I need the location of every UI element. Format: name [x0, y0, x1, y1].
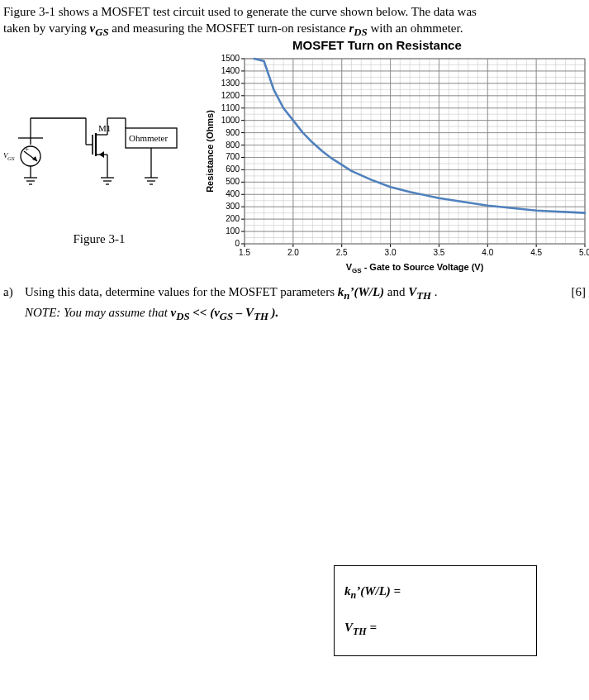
- chart-title: MOSFET Turn on Resistance: [292, 38, 586, 52]
- svg-text:500: 500: [226, 178, 240, 187]
- intro-line2-a: taken by varying: [3, 21, 90, 35]
- svg-text:300: 300: [226, 202, 240, 212]
- intro-paragraph: Figure 3-1 shows a MOSFET test circuit u…: [3, 3, 586, 40]
- svg-text:1500: 1500: [221, 54, 240, 63]
- svg-text:200: 200: [226, 215, 240, 224]
- svg-text:1200: 1200: [221, 91, 240, 100]
- svg-text:GS: GS: [7, 155, 15, 162]
- answer-kn: kn’(W/L) =: [344, 584, 526, 602]
- intro-line1: Figure 3-1 shows a MOSFET test circuit u…: [3, 5, 477, 18]
- question-marks: [6]: [544, 283, 586, 323]
- svg-text:4.0: 4.0: [482, 248, 493, 257]
- svg-text:2.0: 2.0: [287, 248, 299, 257]
- question-text: Using this data, determine values for th…: [25, 283, 544, 323]
- svg-text:600: 600: [226, 165, 240, 174]
- svg-text:900: 900: [226, 128, 240, 137]
- svg-text:Ohmmeter: Ohmmeter: [129, 133, 168, 143]
- svg-text:VGS - Gate to Source Voltage (: VGS - Gate to Source Voltage (V): [346, 262, 484, 274]
- answer-box: kn’(W/L) = VTH =: [334, 565, 537, 656]
- svg-text:4.5: 4.5: [530, 248, 542, 257]
- svg-text:Resistance (Ohms): Resistance (Ohms): [205, 110, 215, 193]
- intro-vgs-sub: GS: [95, 26, 108, 38]
- intro-rds-sub: DS: [354, 26, 367, 38]
- svg-text:5.0: 5.0: [579, 248, 589, 257]
- svg-text:2.5: 2.5: [336, 248, 348, 257]
- svg-text:1.5: 1.5: [239, 248, 250, 257]
- svg-marker-7: [32, 156, 37, 161]
- intro-line2-g: with an ohmmeter.: [368, 21, 463, 35]
- svg-text:1300: 1300: [221, 79, 240, 88]
- svg-text:1400: 1400: [221, 66, 240, 75]
- circuit-diagram: V GS +: [3, 85, 195, 217]
- svg-text:3.5: 3.5: [433, 248, 444, 257]
- svg-text:1000: 1000: [221, 116, 240, 125]
- svg-text:1100: 1100: [221, 103, 240, 112]
- svg-marker-21: [99, 151, 104, 158]
- svg-text:M1: M1: [98, 123, 111, 133]
- circuit-caption: Figure 3-1: [74, 232, 126, 246]
- svg-text:3.0: 3.0: [385, 248, 397, 257]
- answer-vth: VTH =: [344, 621, 526, 638]
- svg-text:400: 400: [226, 190, 240, 199]
- resistance-chart: 1.52.02.53.03.54.04.55.00100200300400500…: [202, 54, 589, 277]
- svg-text:100: 100: [226, 227, 240, 236]
- question-label: a): [3, 283, 25, 323]
- svg-text:700: 700: [226, 153, 240, 162]
- svg-text:800: 800: [226, 140, 240, 150]
- svg-text:+: +: [25, 145, 29, 153]
- intro-line2-d: and measuring the MOSFET turn-on resista…: [109, 21, 349, 35]
- svg-text:0: 0: [235, 239, 240, 248]
